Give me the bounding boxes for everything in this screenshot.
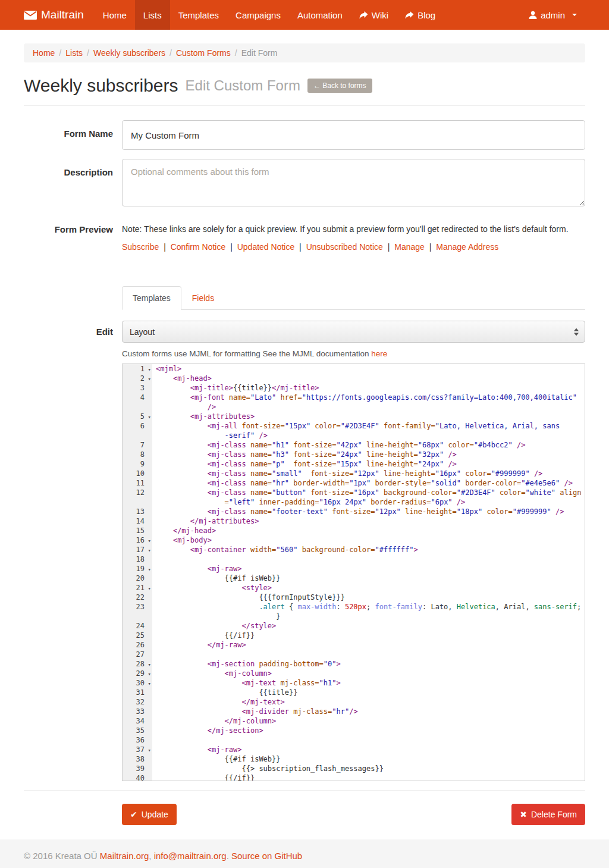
code-content: {{#if isWeb}} — [152, 754, 585, 764]
fold-arrow-icon[interactable]: ▾ — [148, 412, 151, 422]
fold-arrow-icon[interactable]: ▾ — [148, 365, 151, 374]
fold-arrow-icon[interactable]: ▾ — [148, 745, 151, 755]
code-line: 37▾ <mj-raw> — [123, 745, 585, 754]
footer-copyright: , — [149, 851, 153, 861]
back-to-forms-button[interactable]: ← Back to forms — [307, 79, 372, 93]
tab-templates[interactable]: Templates — [122, 286, 181, 310]
fold-arrow-icon[interactable]: ▾ — [148, 679, 151, 688]
select-stepper-icon — [574, 328, 579, 336]
code-content: } — [152, 612, 585, 621]
envelope-icon — [24, 11, 37, 20]
line-number: 4 — [123, 393, 152, 402]
edit-template-select[interactable]: Layout — [122, 321, 585, 343]
line-number: 22 — [123, 593, 152, 602]
user-menu[interactable]: admin — [520, 10, 585, 20]
code-content — [152, 554, 585, 564]
form-name-input[interactable] — [122, 120, 585, 150]
tab-fields[interactable]: Fields — [181, 286, 225, 310]
code-content: </mj-head> — [152, 526, 585, 535]
nav-item-home[interactable]: Home — [95, 0, 135, 30]
nav-item-campaigns[interactable]: Campaigns — [227, 0, 289, 30]
code-content: <mj-class name="footer-text" font-size="… — [152, 507, 585, 516]
nav-item-label: Wiki — [372, 10, 388, 20]
nav-item-blog[interactable]: Blog — [397, 0, 444, 30]
code-line: 14 </mj-attributes> — [123, 516, 585, 526]
fold-arrow-icon[interactable]: ▾ — [148, 536, 151, 546]
fold-arrow-icon[interactable]: ▾ — [148, 546, 151, 555]
bottom-divider — [24, 790, 585, 791]
back-arrow-icon: ← — [313, 82, 321, 90]
brand-logo[interactable]: Mailtrain — [24, 0, 95, 30]
footer-text: © 2016 Kreata OÜ Mailtrain.org, info@mai… — [24, 851, 585, 861]
code-line: 2▾ <mj-head> — [123, 374, 585, 383]
code-line: 22 {{{formInputStyle}}} — [123, 593, 585, 602]
line-number: 7 — [123, 440, 152, 450]
nav-item-templates[interactable]: Templates — [170, 0, 227, 30]
breadcrumb-link-custom-forms[interactable]: Custom Forms — [176, 48, 231, 58]
code-content: </mj-section> — [152, 726, 585, 735]
code-content: -serif" /> — [152, 431, 585, 440]
preview-link-manage[interactable]: Manage — [394, 242, 425, 252]
breadcrumb-link-weekly-subscribers[interactable]: Weekly subscribers — [93, 48, 165, 58]
select-value: Layout — [130, 327, 155, 337]
delete-form-button[interactable]: ✖ Delete Form — [511, 804, 585, 825]
code-content: {{title}} — [152, 688, 585, 697]
fold-arrow-icon[interactable]: ▾ — [148, 669, 151, 679]
update-button[interactable]: ✔ Update — [122, 804, 177, 825]
preview-link-subscribe[interactable]: Subscribe — [122, 242, 159, 252]
code-content: <mj-font name="Lato" href="https://fonts… — [152, 393, 585, 402]
footer-copyright: © 2016 Kreata OÜ — [24, 851, 100, 861]
code-line: 28▾ <mj-section padding-bottom="0"> — [123, 659, 585, 669]
code-line: 13 <mj-class name="footer-text" font-siz… — [123, 507, 585, 516]
nav-item-label: Campaigns — [236, 10, 281, 20]
line-number: 30▾ — [123, 678, 152, 688]
line-number: 11 — [123, 478, 152, 488]
line-number: 15 — [123, 526, 152, 535]
nav-item-automation[interactable]: Automation — [289, 0, 351, 30]
nav-item-lists[interactable]: Lists — [135, 0, 170, 30]
breadcrumb-separator: / — [165, 48, 176, 58]
line-number: 29▾ — [123, 669, 152, 678]
fold-arrow-icon[interactable]: ▾ — [148, 660, 151, 669]
fold-arrow-icon[interactable]: ▾ — [148, 565, 151, 574]
line-number — [123, 431, 152, 440]
line-number: 1▾ — [123, 364, 152, 374]
top-navbar: Mailtrain HomeListsTemplatesCampaignsAut… — [0, 0, 609, 30]
preview-link-unsubscribed-notice[interactable]: Unsubscribed Notice — [306, 242, 383, 252]
preview-note: Note: These links are solely for a quick… — [122, 223, 585, 234]
line-number: 31 — [123, 688, 152, 697]
fold-arrow-icon[interactable]: ▾ — [148, 374, 151, 384]
code-content: <mj-raw> — [152, 564, 585, 574]
breadcrumb-link-lists[interactable]: Lists — [65, 48, 83, 58]
nav-item-label: Lists — [143, 10, 162, 20]
code-line: ="left" inner-padding="16px 24px" border… — [123, 497, 585, 507]
preview-link-confirm-notice[interactable]: Confirm Notice — [171, 242, 226, 252]
brand-name: Mailtrain — [41, 8, 84, 21]
line-number: 13 — [123, 507, 152, 516]
code-line: 19▾ <mj-raw> — [123, 564, 585, 574]
description-textarea[interactable] — [122, 159, 585, 206]
code-line: 11 <mj-class name="hr" border-width="1px… — [123, 478, 585, 488]
breadcrumb-link-home[interactable]: Home — [33, 48, 55, 58]
code-content — [152, 735, 585, 745]
title-divider — [24, 105, 585, 106]
preview-link-separator: | — [159, 242, 170, 252]
preview-link-manage-address[interactable]: Manage Address — [436, 242, 498, 252]
nav-item-wiki[interactable]: Wiki — [351, 0, 397, 30]
check-icon: ✔ — [130, 810, 137, 819]
code-content: <mj-attributes> — [152, 412, 585, 421]
footer-link-info-mailtrain-org[interactable]: info@mailtrain.org — [154, 851, 227, 861]
code-content: <mj-container width="560" background-col… — [152, 545, 585, 554]
code-content: {{/if}} — [152, 631, 585, 640]
mjml-code-editor[interactable]: 1▾<mjml>2▾ <mj-head>3 <mj-title>{{title}… — [122, 364, 585, 781]
user-icon — [529, 11, 537, 19]
preview-link-updated-notice[interactable]: Updated Notice — [237, 242, 295, 252]
mjml-doc-link[interactable]: here — [371, 349, 387, 358]
footer-link-mailtrain-org[interactable]: Mailtrain.org — [100, 851, 149, 861]
code-content: <mj-all font-size="15px" color="#2D3E4F"… — [152, 421, 585, 431]
fold-arrow-icon[interactable]: ▾ — [148, 584, 151, 593]
footer-link-source-on-github[interactable]: Source on GitHub — [231, 851, 302, 861]
line-number — [123, 497, 152, 507]
preview-link-separator: | — [225, 242, 237, 252]
code-line: 30▾ <mj-text mj-class="h1"> — [123, 678, 585, 688]
